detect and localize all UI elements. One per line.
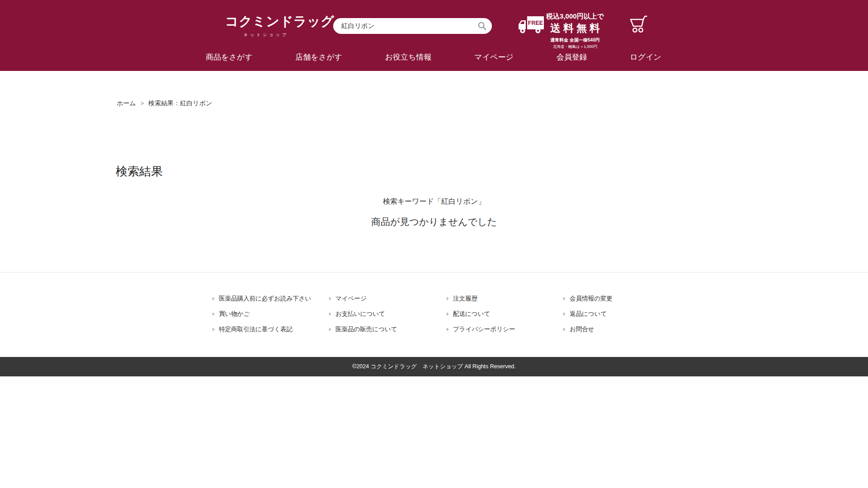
site-logo-title: コクミンドラッグ xyxy=(225,13,305,31)
shipping-free-label: 送料無料 xyxy=(541,21,609,35)
search-box xyxy=(333,18,492,34)
footer-link-member-info[interactable]: 会員情報の変更 xyxy=(563,291,672,306)
arrow-right-icon xyxy=(447,297,449,300)
footer-column-2: マイページ お支払いについて 医薬品の販売について xyxy=(329,291,447,337)
footer-link-payment[interactable]: お支払いについて xyxy=(329,306,447,322)
footer-link-grid: 医薬品購入前に必ずお読み下さい 買い物かご 特定商取引法に基づく表記 マイページ… xyxy=(212,291,672,337)
nav-item-search-stores[interactable]: 店舗をさがす xyxy=(295,52,342,62)
footer-link-contact[interactable]: お問合せ xyxy=(563,322,672,337)
site-logo[interactable]: コクミンドラッグ ネットショップ xyxy=(225,13,305,38)
no-results-message: 商品が見つかりませんでした xyxy=(0,216,868,228)
arrow-right-icon xyxy=(212,328,215,331)
footer-column-4: 会員情報の変更 返品について お問合せ xyxy=(563,291,672,337)
nav-item-login[interactable]: ログイン xyxy=(630,52,661,62)
arrow-right-icon xyxy=(447,328,449,331)
footer-link-mypage[interactable]: マイページ xyxy=(329,291,447,306)
arrow-right-icon xyxy=(329,312,331,316)
arrow-right-icon xyxy=(212,297,215,300)
footer-link-returns[interactable]: 返品について xyxy=(563,306,672,322)
shipping-threshold: 税込3,000円以上で xyxy=(541,12,609,21)
page-title: 検索結果 xyxy=(116,164,163,179)
free-shipping-banner: 税込3,000円以上で 送料無料 通常料金 全国一律540円 北海道・離島は＋1… xyxy=(541,12,609,50)
breadcrumb: ホーム>検索結果：紅白リボン xyxy=(117,99,212,108)
search-keyword-line: 検索キーワード「紅白リボン」 xyxy=(0,197,868,206)
arrow-right-icon xyxy=(563,297,566,300)
arrow-right-icon xyxy=(447,312,449,316)
arrow-right-icon xyxy=(563,328,566,331)
copyright-text: ©2024 コクミンドラッグ ネットショップ All Rights Reserv… xyxy=(352,363,516,371)
footer-link-drug-notice[interactable]: 医薬品購入前に必ずお読み下さい xyxy=(212,291,329,306)
footer-column-1: 医薬品購入前に必ずお読み下さい 買い物かご 特定商取引法に基づく表記 xyxy=(212,291,329,337)
breadcrumb-current: 検索結果：紅白リボン xyxy=(148,99,212,107)
site-logo-subtitle: ネットショップ xyxy=(225,32,305,38)
search-input[interactable] xyxy=(341,19,472,33)
copyright-bar: ©2024 コクミンドラッグ ネットショップ All Rights Reserv… xyxy=(0,357,868,376)
footer-divider xyxy=(0,272,868,272)
arrow-right-icon xyxy=(212,312,215,316)
nav-item-mypage[interactable]: マイページ xyxy=(474,52,514,62)
arrow-right-icon xyxy=(563,312,566,316)
footer-link-privacy-policy[interactable]: プライバシーポリシー xyxy=(447,322,563,337)
footer-column-3: 注文履歴 配送について プライバシーポリシー xyxy=(447,291,563,337)
search-icon[interactable] xyxy=(477,21,487,31)
site-header: コクミンドラッグ ネットショップ FREE 税込3,000円以上で 送料無料 通… xyxy=(0,0,868,71)
breadcrumb-home-link[interactable]: ホーム xyxy=(117,99,136,107)
main-nav: 商品をさがす 店舗をさがす お役立ち情報 マイページ 会員登録 ログイン xyxy=(206,47,661,67)
breadcrumb-separator: > xyxy=(141,100,144,107)
footer-link-drug-sales[interactable]: 医薬品の販売について xyxy=(329,322,447,337)
nav-item-search-products[interactable]: 商品をさがす xyxy=(206,52,253,62)
footer-link-delivery[interactable]: 配送について xyxy=(447,306,563,322)
footer-link-commercial-law[interactable]: 特定商取引法に基づく表記 xyxy=(212,322,329,337)
footer-link-cart[interactable]: 買い物かご xyxy=(212,306,329,322)
shipping-normal-fee: 通常料金 全国一律540円 xyxy=(541,37,609,43)
arrow-right-icon xyxy=(329,297,331,300)
nav-item-register[interactable]: 会員登録 xyxy=(557,52,587,62)
cart-icon[interactable] xyxy=(629,15,648,36)
nav-item-useful-info[interactable]: お役立ち情報 xyxy=(385,52,432,62)
footer-link-order-history[interactable]: 注文履歴 xyxy=(447,291,563,306)
arrow-right-icon xyxy=(329,328,331,331)
